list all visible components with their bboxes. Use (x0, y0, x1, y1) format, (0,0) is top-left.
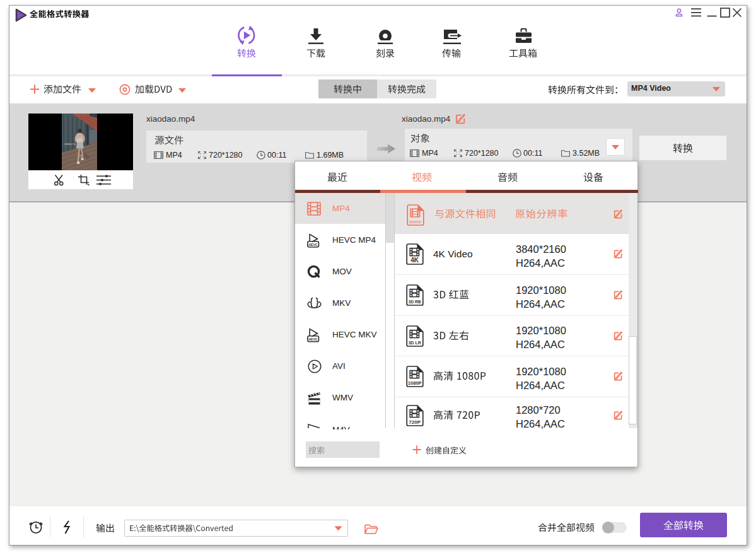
svg-text:3D RB: 3D RB (409, 299, 421, 305)
svg-text:HEVC: HEVC (309, 337, 318, 341)
svg-text:4K: 4K (410, 256, 419, 264)
svg-text:HEVC: HEVC (309, 242, 318, 247)
svg-text:720P: 720P (409, 419, 421, 425)
svg-text:1080P: 1080P (408, 380, 422, 386)
svg-text:3D LR: 3D LR (409, 340, 421, 346)
svg-text:I VD9.2 %: I VD9.2 % (64, 143, 76, 146)
svg-text:source: source (409, 219, 421, 225)
svg-text:04: 04 (79, 154, 82, 157)
